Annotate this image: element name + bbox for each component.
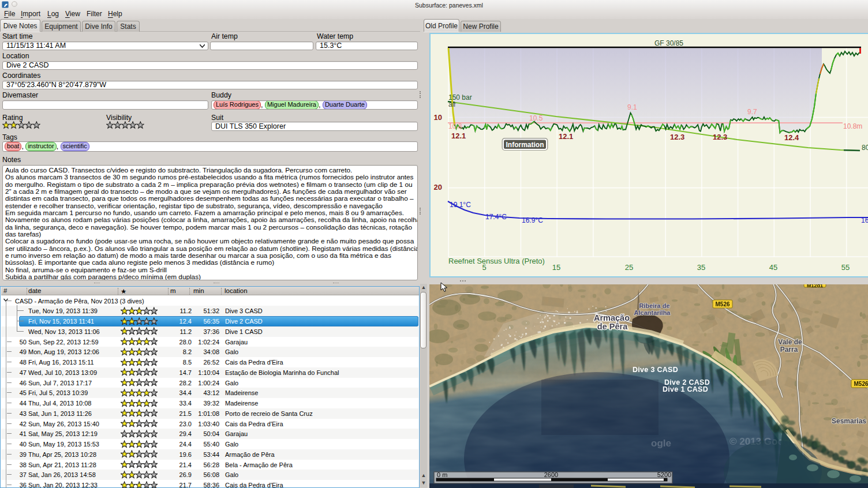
svg-text:ogle: ogle — [651, 438, 671, 449]
svg-text:17.4°C: 17.4°C — [485, 213, 507, 221]
svg-text:12.4: 12.4 — [784, 133, 799, 142]
svg-text:5200: 5200 — [657, 471, 671, 478]
svg-text:M526: M526 — [854, 381, 868, 387]
svg-text:Dive 3 CASD: Dive 3 CASD — [633, 366, 678, 374]
svg-text:2600: 2600 — [544, 471, 558, 478]
svg-text:9.7: 9.7 — [747, 108, 757, 116]
svg-text:Information: Information — [506, 141, 544, 149]
svg-text:19.1°C: 19.1°C — [450, 201, 471, 209]
svg-text:10.5: 10.5 — [529, 114, 543, 122]
svg-text:0 m: 0 m — [437, 471, 447, 478]
svg-text:20: 20 — [434, 183, 442, 192]
svg-text:9.1: 9.1 — [627, 103, 637, 111]
svg-text:air: air — [448, 100, 456, 108]
svg-text:Dive 1 CASD: Dive 1 CASD — [663, 385, 708, 393]
svg-text:Parra: Parra — [780, 346, 798, 354]
svg-text:10: 10 — [434, 113, 442, 122]
svg-text:80: 80 — [862, 144, 868, 152]
svg-text:M12d1: M12d1 — [807, 284, 823, 288]
svg-text:12.1: 12.1 — [559, 132, 573, 141]
svg-text:16: 16 — [861, 216, 868, 224]
svg-text:Ribeira de: Ribeira de — [639, 302, 669, 309]
svg-text:Alcantarilha: Alcantarilha — [634, 309, 671, 316]
svg-text:Armação: Armação — [594, 313, 630, 322]
svg-text:de Pêra: de Pêra — [597, 322, 628, 331]
svg-text:Vale de: Vale de — [778, 338, 802, 346]
svg-text:12.1: 12.1 — [451, 132, 466, 140]
svg-text:45: 45 — [769, 263, 777, 272]
svg-text:Reefnet Sensus Ultra (Preto): Reefnet Sensus Ultra (Preto) — [448, 257, 545, 265]
svg-text:GF 30/85: GF 30/85 — [654, 39, 683, 47]
svg-text:16.9°C: 16.9°C — [522, 216, 543, 224]
svg-text:55: 55 — [841, 263, 850, 272]
svg-text:15: 15 — [552, 263, 560, 272]
svg-text:12.3: 12.3 — [713, 133, 727, 141]
svg-text:25: 25 — [625, 263, 633, 272]
svg-text:12.3: 12.3 — [670, 133, 684, 141]
svg-text:10.8: 10.8 — [448, 122, 462, 130]
svg-text:10.8m: 10.8m — [843, 122, 862, 130]
svg-text:35: 35 — [697, 263, 705, 272]
svg-text:Sesmarias: Sesmarias — [832, 417, 866, 425]
svg-text:M526: M526 — [715, 301, 729, 307]
